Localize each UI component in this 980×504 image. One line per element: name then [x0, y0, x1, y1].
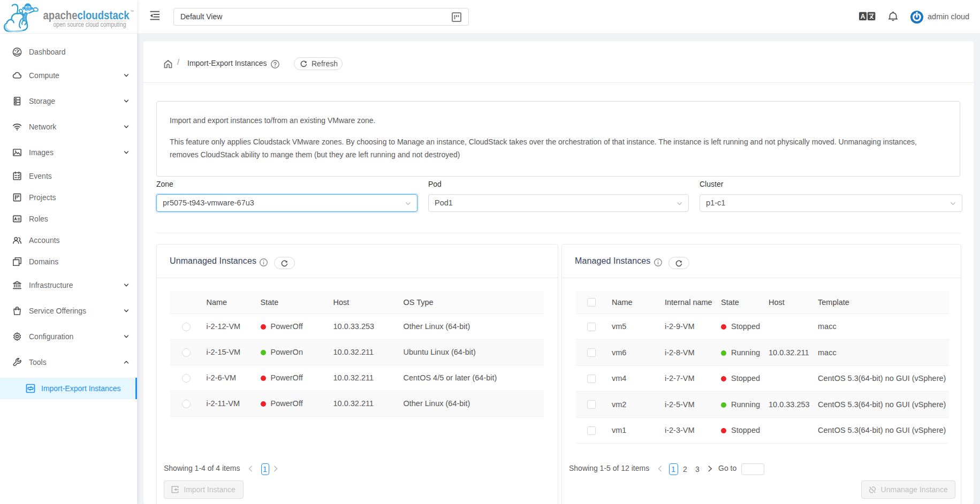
- svg-text:™: ™: [130, 10, 134, 13]
- svg-text:open source cloud computing: open source cloud computing: [54, 20, 126, 28]
- svg-text:A: A: [861, 13, 865, 20]
